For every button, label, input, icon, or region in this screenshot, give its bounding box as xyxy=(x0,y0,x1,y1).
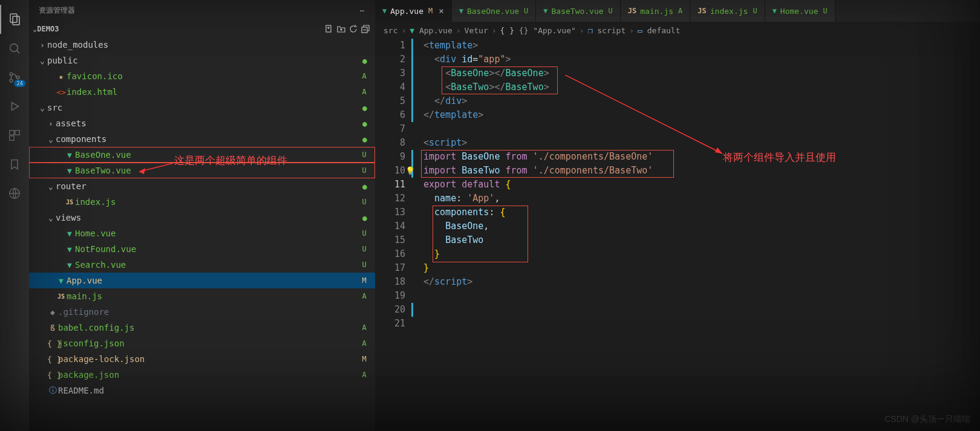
editor-tab[interactable]: ▼BaseOne.vueU xyxy=(452,0,537,22)
tree-file[interactable]: ßbabel.config.jsA xyxy=(29,320,375,335)
editor-tab[interactable]: JSmain.jsA xyxy=(621,0,690,22)
code-line[interactable]: <div id="app"> xyxy=(423,53,653,66)
tree-file[interactable]: ▼BaseOne.vueU xyxy=(29,147,375,163)
git-status-badge: A xyxy=(359,339,369,348)
tree-file[interactable]: ▼Search.vueU xyxy=(29,257,375,273)
activity-bar: 24 xyxy=(0,0,29,431)
tree-item-label: .gitignore xyxy=(58,307,369,317)
editor-tab[interactable]: ▼Home.vueU xyxy=(765,0,835,22)
code-line[interactable] xyxy=(423,303,653,317)
status-dot-icon: ● xyxy=(361,119,369,128)
breadcrumb-segment[interactable]: src xyxy=(384,26,397,35)
breadcrumbs[interactable]: src›▼ App.vue› Vetur›{ } {} "App.vue"›❒ … xyxy=(375,22,980,39)
tree-file[interactable]: <>index.htmlA xyxy=(29,84,375,100)
tree-file[interactable]: ⓘREADME.md xyxy=(29,383,375,398)
breadcrumb-segment[interactable]: { } {} "App.vue" xyxy=(500,26,576,35)
code-line[interactable]: name: 'App', xyxy=(423,192,653,206)
tree-folder[interactable]: ›assets● xyxy=(29,115,375,131)
new-file-icon[interactable] xyxy=(324,24,334,34)
tree-item-label: assets xyxy=(56,118,361,128)
folder-header[interactable]: ⌄ DEMO3 xyxy=(29,21,375,37)
bookmark-icon[interactable] xyxy=(0,150,29,179)
explorer-more-icon[interactable]: ⋯ xyxy=(360,7,365,15)
code-line[interactable]: <BaseOne></BaseOne> xyxy=(423,66,653,80)
collapse-all-icon[interactable] xyxy=(361,24,370,34)
chevron-icon: ⌄ xyxy=(46,182,56,191)
explorer-title: 资源管理器 xyxy=(39,5,75,16)
tab-label: index.js xyxy=(710,7,748,16)
tree-folder[interactable]: ⌄views● xyxy=(29,210,375,225)
status-dot-icon: ● xyxy=(361,135,369,144)
code-line[interactable]: components: { xyxy=(423,206,653,219)
code-line[interactable] xyxy=(423,122,653,136)
code-line[interactable]: } xyxy=(423,247,653,261)
tree-file[interactable]: ▼BaseTwo.vueU xyxy=(29,163,375,178)
tree-file[interactable]: JSindex.jsU xyxy=(29,194,375,210)
refresh-icon[interactable] xyxy=(348,24,358,34)
tree-item-label: babel.config.js xyxy=(58,323,359,332)
tab-label: BaseOne.vue xyxy=(467,7,519,16)
globe-icon[interactable] xyxy=(0,179,29,208)
tree-file[interactable]: { }jsconfig.jsonA xyxy=(29,335,375,351)
extensions-icon[interactable] xyxy=(0,121,29,150)
breadcrumb-segment[interactable]: ▭ default xyxy=(638,26,680,35)
editor-tab[interactable]: JSindex.jsU xyxy=(690,0,765,22)
breadcrumb-segment[interactable]: ▼ App.vue xyxy=(410,26,452,35)
breadcrumb-segment[interactable]: ❒ script xyxy=(588,26,626,35)
code-line[interactable]: </template> xyxy=(423,108,653,122)
code-line[interactable]: <script> xyxy=(423,136,653,150)
annotation-text: 将两个组件导入并且使用 xyxy=(723,151,836,164)
tree-item-label: components xyxy=(56,134,361,144)
svg-rect-0 xyxy=(10,14,17,22)
tree-file[interactable]: { }package-lock.jsonM xyxy=(29,351,375,367)
svg-line-3 xyxy=(17,51,20,54)
tree-file[interactable]: ◆.gitignore xyxy=(29,304,375,320)
svg-point-5 xyxy=(10,79,13,82)
tree-folder[interactable]: ⌄public● xyxy=(29,53,375,68)
code-line[interactable]: export default { xyxy=(423,178,653,192)
tree-folder[interactable]: ⌄components● xyxy=(29,131,375,147)
git-status-badge: A xyxy=(359,292,369,300)
tree-file[interactable]: ▼Home.vueU xyxy=(29,225,375,241)
code-line[interactable]: } xyxy=(423,261,653,275)
code-line[interactable]: BaseOne, xyxy=(423,219,653,233)
debug-icon[interactable] xyxy=(0,92,29,121)
explorer-icon[interactable] xyxy=(0,5,29,34)
tree-item-label: router xyxy=(56,181,361,191)
source-control-icon[interactable]: 24 xyxy=(0,63,29,92)
code-line[interactable]: <template> xyxy=(423,39,653,53)
status-dot-icon: ● xyxy=(361,103,369,112)
code-line[interactable]: <BaseTwo></BaseTwo> xyxy=(423,80,653,94)
tree-folder[interactable]: ⌄router● xyxy=(29,178,375,194)
tree-file[interactable]: ★favicon.icoA xyxy=(29,68,375,84)
chevron-down-icon: ⌄ xyxy=(33,25,37,33)
editor-tab[interactable]: ▼BaseTwo.vueU xyxy=(536,0,621,22)
chevron-icon: › xyxy=(46,119,56,128)
tree-folder[interactable]: ›node_modules xyxy=(29,37,375,53)
tree-file[interactable]: JSmain.jsA xyxy=(29,288,375,304)
tree-item-label: public xyxy=(47,56,361,65)
code-line[interactable] xyxy=(423,317,653,331)
code-line[interactable]: </div> xyxy=(423,94,653,108)
tree-item-label: index.js xyxy=(75,197,359,207)
new-folder-icon[interactable] xyxy=(336,24,346,34)
tree-item-label: main.js xyxy=(67,291,359,301)
tree-file[interactable]: ▼App.vueM xyxy=(29,273,375,288)
git-status-badge: U xyxy=(359,166,369,175)
status-dot-icon: ● xyxy=(361,213,369,222)
code-content[interactable]: <template> <div id="app"> <BaseOne></Bas… xyxy=(414,39,653,431)
close-icon[interactable]: × xyxy=(439,6,443,16)
code-line[interactable] xyxy=(423,289,653,303)
breadcrumb-segment[interactable]: Vetur xyxy=(465,26,488,35)
code-line[interactable]: </script> xyxy=(423,275,653,289)
code-line[interactable]: import BaseOne from './components/BaseOn… xyxy=(423,150,653,164)
chevron-icon: ⌄ xyxy=(46,135,56,144)
code-line[interactable]: 💡import BaseTwo from './components/BaseT… xyxy=(423,164,653,178)
search-icon[interactable] xyxy=(0,34,29,63)
tree-item-label: package.json xyxy=(58,370,359,380)
code-line[interactable]: BaseTwo xyxy=(423,233,653,247)
tree-file[interactable]: ▼NotFound.vueU xyxy=(29,241,375,257)
tree-file[interactable]: { }package.jsonA xyxy=(29,367,375,383)
tree-folder[interactable]: ⌄src● xyxy=(29,100,375,115)
editor-tab[interactable]: ▼App.vueM× xyxy=(375,0,452,22)
